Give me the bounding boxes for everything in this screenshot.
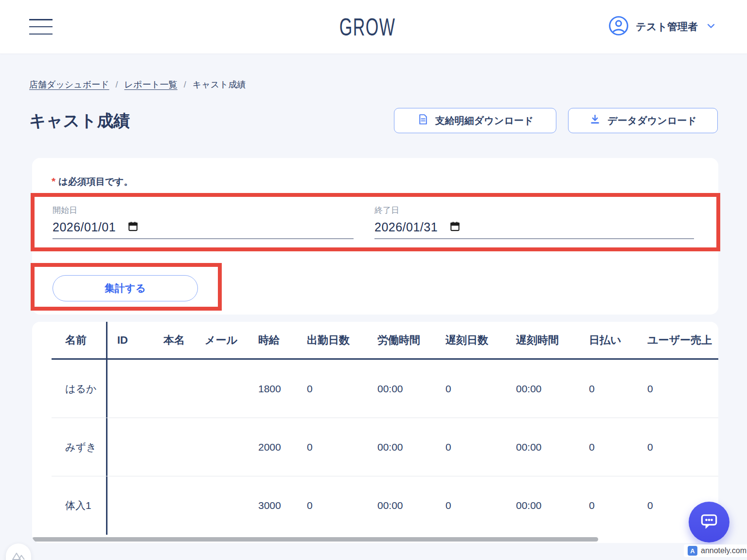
start-date-input[interactable]: 2026/01/01 [53, 220, 354, 234]
download-icon [589, 113, 601, 128]
column-header-late-time: 遅刻時間 [506, 322, 579, 358]
cell-late-days: 0 [436, 418, 506, 476]
annotely-icon: A [688, 546, 697, 556]
cell-daily-pay: 0 [579, 418, 638, 476]
corner-logo-badge[interactable] [6, 543, 31, 560]
table-header-row: 名前 ID 本名 メール 時給 出勤日数 労働時間 遅刻日数 遅刻時間 日払い … [52, 322, 718, 360]
top-navigation-bar: GROW テスト管理者 [0, 0, 747, 53]
cell-late-time: 00:00 [506, 360, 579, 418]
cell-work-hours: 00:00 [368, 476, 436, 535]
required-note-text: は必須項目です。 [58, 176, 133, 187]
breadcrumb-current: キャスト成績 [193, 79, 246, 90]
column-header-user-sales: ユーザー売上 [638, 322, 715, 358]
cell-work-days: 0 [297, 360, 368, 418]
user-avatar-icon [608, 16, 629, 38]
table-row: みずき 2000 0 00:00 0 00:00 0 0 [52, 418, 718, 476]
user-name-label: テスト管理者 [636, 20, 698, 34]
cell-daily-pay: 0 [579, 476, 638, 535]
end-date-input[interactable]: 2026/01/31 [374, 220, 694, 234]
cast-performance-table: 名前 ID 本名 メール 時給 出勤日数 労働時間 遅刻日数 遅刻時間 日払い … [52, 322, 718, 535]
cell-real-name [154, 418, 195, 476]
required-note: *は必須項目です。 [52, 175, 133, 188]
aggregate-button[interactable]: 集計する [53, 275, 198, 301]
cell-name: みずき [52, 418, 107, 476]
cell-real-name [154, 476, 195, 535]
cell-id [107, 476, 154, 535]
data-download-label: データダウンロード [607, 114, 696, 127]
cell-late-time: 00:00 [506, 418, 579, 476]
cell-email [195, 418, 249, 476]
user-menu[interactable]: テスト管理者 [608, 15, 717, 39]
chat-fab-button[interactable] [689, 502, 729, 542]
cell-name: はるか [52, 360, 107, 418]
page-title: キャスト成績 [29, 110, 130, 132]
cell-hourly-wage: 1800 [249, 360, 297, 418]
breadcrumb: 店舗ダッシュボード / レポート一覧 / キャスト成績 [29, 79, 246, 90]
chat-bubble-icon [698, 510, 720, 534]
column-header-email: メール [195, 322, 249, 358]
app-logo: GROW [339, 13, 396, 41]
column-header-real-name: 本名 [154, 322, 195, 358]
cell-work-hours: 00:00 [368, 360, 436, 418]
payslip-download-button[interactable]: 支給明細ダウンロード [394, 108, 556, 133]
cell-email [195, 360, 249, 418]
cell-work-days: 0 [297, 476, 368, 535]
cell-email [195, 476, 249, 535]
breadcrumb-separator: / [184, 80, 186, 90]
calendar-icon[interactable] [127, 221, 139, 234]
start-date-value[interactable]: 2026/01/01 [53, 220, 116, 234]
cell-late-time: 00:00 [506, 476, 579, 535]
hamburger-menu-icon[interactable] [29, 19, 53, 35]
required-asterisk: * [52, 175, 55, 187]
document-icon [417, 113, 429, 128]
cell-work-hours: 00:00 [368, 418, 436, 476]
table-row: 体入1 3000 0 00:00 0 00:00 0 0 [52, 476, 718, 535]
column-header-name: 名前 [52, 322, 107, 358]
cell-hourly-wage: 2000 [249, 418, 297, 476]
start-date-label: 開始日 [53, 205, 354, 216]
column-header-hourly-wage: 時給 [249, 322, 297, 358]
cell-late-days: 0 [436, 476, 506, 535]
mountains-icon [11, 550, 26, 560]
horizontal-scrollbar [32, 537, 718, 542]
annotely-watermark[interactable]: A annotely.com [684, 544, 747, 557]
start-date-field: 開始日 2026/01/01 [53, 205, 354, 239]
cell-work-days: 0 [297, 418, 368, 476]
payslip-download-label: 支給明細ダウンロード [435, 114, 534, 127]
cell-daily-pay: 0 [579, 360, 638, 418]
column-header-late-days: 遅刻日数 [436, 322, 506, 358]
cell-user-sales: 0 [638, 418, 715, 476]
cell-name: 体入1 [52, 476, 107, 535]
annotely-text: annotely.com [701, 546, 747, 555]
end-date-label: 終了日 [374, 205, 694, 216]
data-download-button[interactable]: データダウンロード [568, 108, 718, 133]
breadcrumb-separator: / [116, 80, 118, 90]
breadcrumb-link-report-list[interactable]: レポート一覧 [124, 79, 178, 90]
column-header-daily-pay: 日払い [579, 322, 638, 358]
column-header-work-days: 出勤日数 [297, 322, 368, 358]
results-table-card: 名前 ID 本名 メール 時給 出勤日数 労働時間 遅刻日数 遅刻時間 日払い … [32, 322, 718, 543]
chevron-down-icon [705, 20, 717, 34]
cell-real-name [154, 360, 195, 418]
horizontal-scrollbar-thumb[interactable] [32, 537, 598, 542]
table-row: はるか 1800 0 00:00 0 00:00 0 0 [52, 360, 718, 418]
cell-id [107, 418, 154, 476]
cell-user-sales: 0 [638, 360, 715, 418]
end-date-field: 終了日 2026/01/31 [374, 205, 694, 239]
cell-hourly-wage: 3000 [249, 476, 297, 535]
filter-card: *は必須項目です。 開始日 2026/01/01 終了日 2026/01/ [32, 158, 718, 315]
cast-performance-page: GROW テスト管理者 店舗ダッシュボード / レポート一覧 / キャスト成績 [0, 0, 747, 560]
calendar-icon[interactable] [449, 221, 461, 234]
end-date-value[interactable]: 2026/01/31 [374, 220, 438, 234]
column-header-id: ID [107, 322, 154, 358]
column-header-work-hours: 労働時間 [368, 322, 436, 358]
cell-late-days: 0 [436, 360, 506, 418]
breadcrumb-link-store-dashboard[interactable]: 店舗ダッシュボード [29, 79, 109, 90]
cell-id [107, 360, 154, 418]
